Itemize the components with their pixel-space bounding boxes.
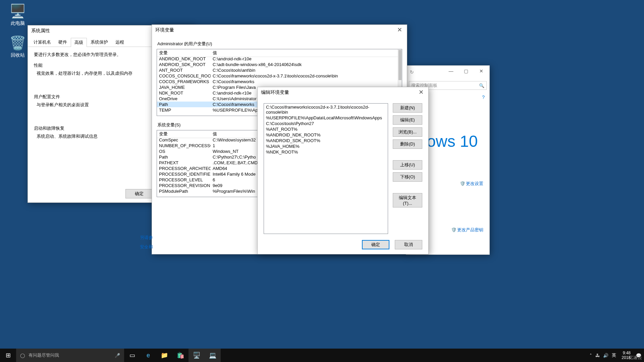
move-down-button[interactable]: 下移(O) (393, 172, 422, 182)
start-button[interactable]: ⊞ (0, 349, 16, 362)
tab-system-protection[interactable]: 系统保护 (87, 38, 112, 47)
mic-icon: 🎤 (115, 353, 120, 358)
user-vars-label: Administrator 的用户变量(U) (157, 41, 401, 47)
col-variable[interactable]: 变量 (157, 49, 211, 57)
shield-icon: 🛡️ (451, 227, 457, 232)
close-button[interactable]: ✕ (417, 87, 426, 97)
store-icon[interactable]: 🛍️ (172, 349, 189, 362)
maximize-button[interactable]: ▢ (459, 66, 474, 76)
taskbar: ⊞ ◯ 有问题尽管问我 🎤 ▭ e 📁 🛍️ 🖥️ 💻 ˄ 🖧 🔊 英 9:48… (0, 349, 644, 362)
network-icon[interactable]: 🖧 (595, 353, 600, 358)
path-entries-list[interactable]: C:\Cocos\frameworks\cocos2d-x-3.7.1\tool… (264, 103, 388, 234)
new-button[interactable]: 新建(N) (393, 103, 422, 113)
list-row[interactable]: COCOS_FRAMEWORKSC:\Cocos\frameworks (157, 79, 398, 84)
path-entry[interactable]: C:\Cocos\frameworks\cocos2d-x-3.7.1\tool… (264, 104, 388, 115)
edit-button[interactable]: 编辑(E) (393, 115, 422, 125)
list-row[interactable]: ANT_ROOTC:\Cocos\tools\ant\bin (157, 67, 398, 73)
path-entry[interactable]: %JAVA_HOME% (264, 143, 388, 149)
search-icon: 🔍 (479, 83, 484, 88)
app-icon[interactable]: 💻 (205, 349, 221, 362)
path-entry[interactable]: %NDK_ROOT% (264, 149, 388, 155)
tray-chevron-icon[interactable]: ˄ (590, 353, 592, 358)
tab-remote[interactable]: 远程 (112, 38, 128, 47)
list-row[interactable]: ANDROID_NDK_ROOTC:\android-ndk-r10e (157, 56, 398, 62)
see-also-link[interactable]: 另请参 (140, 235, 153, 241)
desktop-label: 回收站 (11, 52, 25, 58)
col-value[interactable]: 值 (211, 49, 402, 57)
refresh-icon[interactable]: ↻ (408, 68, 416, 76)
watermark: 亿速云 (629, 355, 642, 361)
path-entry[interactable]: C:\Cocos\tools\Python27 (264, 121, 388, 126)
desktop-icon-this-pc[interactable]: 🖥️ 此电脑 (3, 3, 33, 26)
desktop-label: 此电脑 (11, 20, 25, 26)
monitor-icon: 🖥️ (3, 3, 33, 19)
tab-computer-name[interactable]: 计算机名 (30, 38, 55, 47)
close-button[interactable]: ✕ (395, 25, 404, 35)
path-entry[interactable]: %ANDROID_SDK_ROOT% (264, 138, 388, 143)
delete-button[interactable]: 删除(D) (393, 139, 422, 149)
path-entry[interactable]: %ANDROID_NDK_ROOT% (264, 132, 388, 138)
browse-button[interactable]: 浏览(B)... (393, 127, 422, 137)
list-row[interactable]: COCOS_CONSOLE_ROOTC:\Cocos\frameworks\co… (157, 73, 398, 79)
window-title: 环境变量 (155, 27, 174, 33)
tab-hardware[interactable]: 硬件 (55, 38, 71, 47)
edit-text-button[interactable]: 编辑文本(T)... (393, 193, 422, 207)
close-button[interactable]: ✕ (474, 66, 489, 76)
titlebar[interactable]: 环境变量 ✕ (152, 25, 407, 35)
security-link[interactable]: 安全和 (140, 244, 153, 250)
path-entry[interactable]: %USERPROFILE%\AppData\Local\Microsoft\Wi… (264, 115, 388, 121)
task-view-button[interactable]: ▭ (124, 349, 140, 362)
tab-advanced[interactable]: 高级 (71, 38, 87, 47)
window-title: 系统属性 (31, 28, 50, 33)
ime-indicator[interactable]: 英 (612, 352, 616, 358)
shield-icon: 🛡️ (460, 181, 465, 186)
cancel-button[interactable]: 取消 (395, 240, 422, 249)
move-up-button[interactable]: 上移(U) (393, 160, 422, 170)
ok-button[interactable]: 确定 (362, 240, 389, 249)
ok-button[interactable]: 确定 (125, 189, 153, 198)
cortana-search[interactable]: ◯ 有问题尽管问我 🎤 (16, 349, 124, 362)
titlebar[interactable]: 编辑环境变量 ✕ (258, 87, 428, 97)
col-variable[interactable]: 变量 (157, 130, 211, 138)
control-panel-icon[interactable]: 🖥️ (189, 349, 205, 362)
circle-icon: ◯ (20, 353, 25, 358)
list-row[interactable]: ANDROID_SDK_ROOTC:\adt-bundle-windows-x8… (157, 62, 398, 67)
path-entry[interactable]: %ANT_ROOT% (264, 126, 388, 132)
minimize-button[interactable]: — (443, 66, 459, 76)
edge-icon[interactable]: e (140, 349, 156, 362)
explorer-icon[interactable]: 📁 (156, 349, 172, 362)
window-edit-env-var: 编辑环境变量 ✕ C:\Cocos\frameworks\cocos2d-x-3… (257, 87, 429, 254)
volume-icon[interactable]: 🔊 (603, 353, 608, 358)
window-title: 编辑环境变量 (261, 89, 289, 95)
